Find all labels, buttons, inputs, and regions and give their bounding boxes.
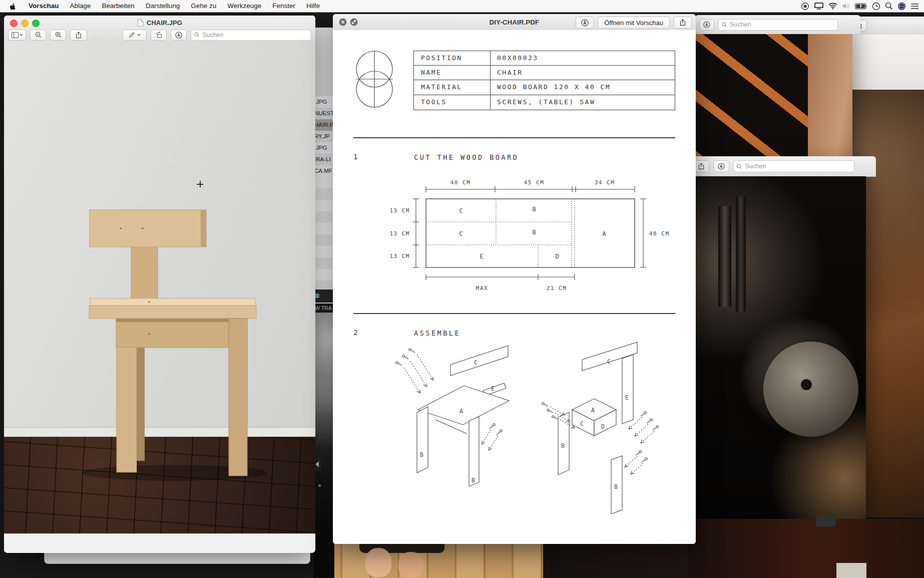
chair-search-field[interactable] [191,30,311,41]
chair-window-titlebar[interactable]: CHAIR.JPG [4,16,315,42]
markup-button[interactable] [699,19,714,31]
background-search-input[interactable] [729,21,834,29]
menu-fenster[interactable]: Fenster [267,0,301,12]
menu-werkzeuge[interactable]: Werkzeuge [222,0,267,12]
background-search-field[interactable] [718,19,838,31]
background-window-machinery[interactable] [688,156,866,519]
assembly-diagrams: C E A B B C E A C D B B [333,14,696,544]
background-search-input[interactable] [744,162,851,170]
thumbnail-pill[interactable] [816,516,836,527]
search-icon [194,32,199,38]
file-list-strip-window: .JPG NUEST HAIR.P RY.JP .JPG IRA-LI CA.M… [313,28,334,578]
spotlight-status-icon[interactable] [885,2,893,10]
background-photo-floor-feet [314,544,545,578]
rotate-button[interactable] [151,30,167,41]
menu-vorschau[interactable]: Vorschau [23,0,65,12]
volume-status-icon[interactable] [842,3,850,10]
menu-gehezu[interactable]: Gehe zu [185,0,222,12]
menu-bearbeiten[interactable]: Bearbeiten [97,0,140,12]
assembly-part-label: A [591,407,595,414]
assembly-part-label: E [491,385,495,392]
file-list-item[interactable]: CA.MF [313,165,334,177]
menu-hilfe[interactable]: Hilfe [301,0,325,12]
menu-ablage[interactable]: Ablage [65,0,97,12]
pen-icon [129,32,135,38]
menu-status-icons [801,2,924,11]
search-icon [722,22,727,28]
video-caption-text: W TRA [315,304,334,313]
cursor-crosshair [197,181,203,187]
window-title: CHAIR.JPG [147,19,182,27]
background-dark-strip-right [688,519,924,578]
chair-photo [4,41,315,533]
share-icon [76,32,82,39]
chair-window[interactable]: CHAIR.JPG [4,16,315,552]
notification-center-status-icon[interactable] [910,3,919,10]
assembly-part-label: C [580,420,584,427]
file-list-item[interactable]: .JPG [313,142,334,154]
background-photo-portrait [313,313,334,534]
assembly-part-label: B [614,483,618,490]
wooden-chair [4,41,315,533]
share-icon [698,163,704,170]
markup-toolbar-button[interactable] [171,30,187,41]
background-photo-machinery [688,176,866,519]
markup-pen-button[interactable] [123,30,147,41]
background-window-machinery-toolbar [688,156,876,177]
apple-menu[interactable] [0,2,23,10]
assembly-part-label: B [472,477,475,484]
background-photo-leather [846,35,924,90]
file-list-empty-rows [313,177,334,290]
video-caption-row [313,290,334,303]
clock-status-icon[interactable] [872,2,880,11]
assembly-part-label: E [625,394,629,401]
background-dark-strip [543,544,696,578]
file-list-item[interactable]: IRA-LI [313,154,334,165]
siri-status-icon[interactable] [897,2,906,11]
assembly-part-label: B [420,451,423,458]
chevron-down-icon [20,34,23,36]
background-dark-lower [313,534,334,578]
chair-search-input[interactable] [201,31,308,39]
document-icon [137,19,144,27]
apple-icon [9,2,16,10]
zoom-in-button[interactable] [50,30,66,41]
battery-status-icon[interactable] [855,3,867,10]
sidebar-toggle-button[interactable] [8,30,26,41]
desktop: .JPG NUEST HAIR.P RY.JP .JPG IRA-LI CA.M… [0,0,924,578]
sidebar-icon [12,32,19,38]
back-chevron-icon [315,461,319,467]
assembly-part-label: B [561,442,565,449]
zoom-out-icon [35,32,42,38]
rotate-left-icon [155,32,162,38]
menu-darstellung[interactable]: Darstellung [140,0,185,12]
background-search-field[interactable] [733,160,854,172]
file-list-item[interactable]: .JPG [313,96,334,108]
display-status-icon[interactable] [814,2,824,10]
share-button[interactable] [70,30,87,41]
assembly-part-label: C [607,358,611,365]
screen-record-status-icon[interactable] [801,2,809,11]
chair-window-footer [4,533,315,553]
quicklook-window[interactable]: DIY-CHAIR.PDF Öffnen mit Vorschau [333,14,696,544]
assembly-part-label: D [601,423,605,430]
search-icon [737,164,742,169]
file-list-item-selected[interactable]: HAIR.P [313,119,334,131]
chevron-down-icon [137,34,141,36]
markup-pen-circle-icon [718,163,725,170]
menu-bar: Vorschau Ablage Bearbeiten Darstellung G… [0,0,924,13]
markup-button[interactable] [713,160,729,172]
markup-pen-circle-icon [175,32,182,39]
file-list-item[interactable]: NUEST [313,108,334,119]
zoom-in-icon [55,32,62,38]
markup-pen-circle-icon [703,21,710,28]
wifi-status-icon[interactable] [828,3,837,10]
assembly-part-label: A [459,408,463,415]
assembly-part-label: C [474,359,478,366]
file-list-item[interactable]: RY.JP [313,131,334,142]
zoom-out-button[interactable] [30,30,46,41]
background-window-sweater-toolbar [695,15,860,35]
